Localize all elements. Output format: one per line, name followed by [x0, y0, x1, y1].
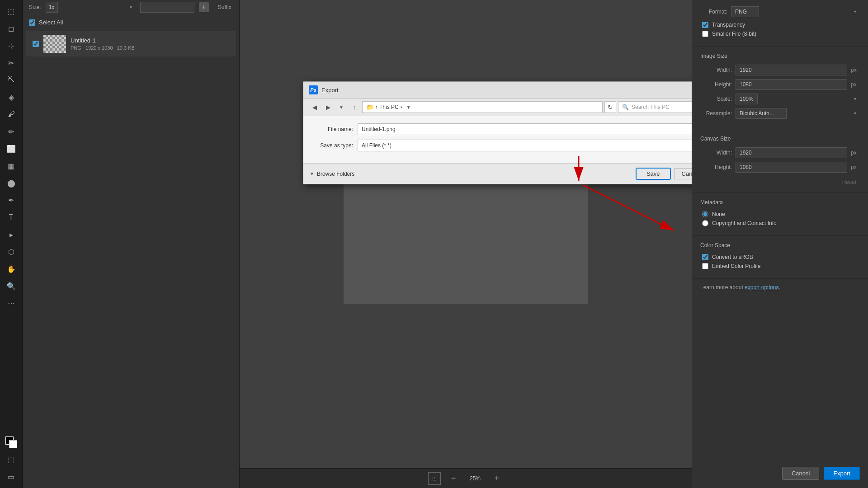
- canvas-height-unit: px: [851, 164, 860, 170]
- embed-color-checkbox[interactable]: [702, 263, 708, 269]
- left-toolbar: ⬚ ◻ ⊹ ✂ ⛏ ◈ 🖌 ✏ ⬜ ▦ ⬤ ✒ T ▸ ⬡ ✋ 🔍 ⋯ ⬚ ▭: [0, 0, 23, 488]
- reset-button[interactable]: Reset: [839, 178, 860, 186]
- meta-copyright-radio[interactable]: [702, 220, 708, 226]
- browse-folders-toggle[interactable]: ▼ Browse Folders: [310, 171, 354, 177]
- saveas-select[interactable]: All Files (*.*): [358, 140, 692, 151]
- suffix-input[interactable]: [140, 2, 194, 13]
- smaller-file-checkbox[interactable]: [702, 31, 708, 37]
- tool-heal[interactable]: ◈: [4, 89, 19, 105]
- add-size-button[interactable]: +: [199, 2, 209, 12]
- tool-pen[interactable]: ✒: [4, 192, 19, 208]
- saveas-label: Save as type:: [312, 142, 353, 149]
- nav-up-button[interactable]: ↑: [349, 102, 360, 113]
- path-dropdown-button[interactable]: ▼: [404, 102, 413, 113]
- image-size-section: Image Size Width: px Height: px Scale: 1…: [692, 47, 868, 129]
- dialog-cancel-button[interactable]: Cancel: [674, 168, 692, 179]
- search-placeholder: Search This PC: [632, 104, 670, 110]
- suffix-label: Suffix:: [218, 4, 233, 10]
- filename-input[interactable]: [358, 123, 692, 135]
- format-row: Format: PNG JPEG GIF SVG: [700, 6, 860, 17]
- image-width-row: Width: px: [700, 65, 860, 75]
- export-options-link[interactable]: export options.: [745, 284, 780, 291]
- nav-forward-button[interactable]: ▶: [322, 102, 334, 113]
- tool-dodge[interactable]: ⬤: [4, 175, 19, 191]
- screen-mode[interactable]: ▭: [4, 469, 19, 484]
- nav-back-button[interactable]: ◀: [309, 102, 321, 113]
- tool-brush[interactable]: 🖌: [4, 107, 19, 122]
- metadata-title: Metadata: [700, 199, 860, 206]
- right-cancel-button[interactable]: Cancel: [782, 467, 819, 480]
- smaller-file-row: Smaller File (8-bit): [700, 31, 860, 37]
- canvas-area: Ps Export ✕ ◀ ▶ ▼ ↑ 📁: [240, 0, 692, 468]
- saveas-row: Save as type: All Files (*.*): [312, 140, 692, 151]
- file-list: Untitled-1 PNG 868 x 488 10.3 KB: [23, 28, 239, 488]
- resample-select[interactable]: Bicubic Auto... Bicubic Bilinear Nearest…: [736, 108, 787, 119]
- zoom-in-button[interactable]: +: [491, 472, 503, 485]
- select-all-checkbox[interactable]: [29, 19, 35, 26]
- convert-srgb-checkbox[interactable]: [702, 254, 708, 260]
- zoom-percent: 25%: [466, 475, 484, 482]
- canvas-width-input[interactable]: [736, 147, 847, 158]
- canvas-width-row: Width: px: [700, 147, 860, 158]
- main-area: Size: 1x 2x 3x + Suffix: Select All: [23, 0, 692, 488]
- tool-shape[interactable]: ⬡: [4, 244, 19, 259]
- format-select[interactable]: PNG JPEG GIF SVG: [731, 6, 759, 17]
- tool-lasso[interactable]: ⊹: [4, 38, 19, 53]
- tool-select-path[interactable]: ▸: [4, 227, 19, 242]
- meta-none-radio[interactable]: [702, 211, 708, 217]
- meta-copyright-row: Copyright and Contact Info: [700, 220, 860, 226]
- scale-row: Scale: 100% 50% 200%: [700, 94, 860, 104]
- canvas-width-unit: px: [851, 150, 860, 156]
- convert-srgb-label: Convert to sRGB: [712, 254, 753, 260]
- svg-line-2: [583, 185, 674, 230]
- foreground-bg-color[interactable]: [4, 435, 19, 450]
- tool-zoom[interactable]: 🔍: [4, 278, 19, 294]
- tool-select-rect[interactable]: ◻: [4, 21, 19, 36]
- meta-none-row: None: [700, 211, 860, 217]
- tool-hand[interactable]: ✋: [4, 261, 19, 277]
- nav-path-bar: 📁 › This PC › ▼: [362, 101, 603, 113]
- dialog-nav: ◀ ▶ ▼ ↑ 📁 › This PC › ▼ ↻: [303, 99, 692, 116]
- scale-select[interactable]: 100% 50% 200%: [736, 94, 758, 104]
- browse-folders-label: Browse Folders: [317, 171, 354, 177]
- filename-row: File name:: [312, 123, 692, 135]
- resample-row: Resample: Bicubic Auto... Bicubic Biline…: [700, 108, 860, 119]
- tool-eyedropper[interactable]: ⛏: [4, 72, 19, 88]
- tool-gradient[interactable]: ▦: [4, 158, 19, 174]
- transparency-label: Transparency: [712, 22, 745, 28]
- image-height-input[interactable]: [736, 79, 847, 90]
- scale-select[interactable]: 1x 2x 3x: [46, 2, 58, 13]
- nav-dropdown-button[interactable]: ▼: [336, 102, 347, 113]
- search-icon: 🔍: [622, 104, 629, 110]
- export-button[interactable]: Export: [824, 467, 860, 480]
- tool-dots[interactable]: ⋯: [4, 296, 19, 311]
- file-name: Untitled-1: [71, 37, 135, 44]
- fit-to-screen-button[interactable]: ⊡: [428, 472, 441, 485]
- tool-text[interactable]: T: [4, 210, 19, 225]
- tool-stamp[interactable]: ✏: [4, 124, 19, 139]
- dialog-titlebar: Ps Export ✕: [303, 82, 692, 99]
- tool-eraser[interactable]: ⬜: [4, 141, 19, 156]
- folder-icon: 📁: [366, 103, 374, 111]
- learn-more-text: Learn more about: [700, 284, 743, 291]
- dialog-buttons: Save Cancel: [636, 168, 692, 179]
- tool-crop[interactable]: ✂: [4, 55, 19, 70]
- resample-label: Resample:: [700, 110, 732, 117]
- image-width-input[interactable]: [736, 65, 847, 75]
- width-unit: px: [851, 67, 860, 73]
- quick-mask[interactable]: ⬚: [4, 452, 19, 467]
- file-checkbox[interactable]: [33, 41, 39, 47]
- tool-move[interactable]: ⬚: [4, 4, 19, 19]
- embed-color-row: Embed Color Profile: [700, 263, 860, 269]
- list-item[interactable]: Untitled-1 PNG 868 x 488 10.3 KB: [26, 31, 236, 56]
- ps-logo: Ps: [309, 85, 318, 94]
- transparency-checkbox[interactable]: [702, 22, 708, 28]
- dialog-save-button[interactable]: Save: [636, 168, 670, 179]
- canvas-height-input[interactable]: [736, 162, 847, 173]
- dialog-title: Export: [321, 87, 339, 94]
- transparency-row: Transparency: [700, 22, 860, 28]
- zoom-out-button[interactable]: −: [447, 472, 460, 485]
- nav-refresh-button[interactable]: ↻: [604, 101, 616, 113]
- nav-path: ›: [376, 104, 377, 110]
- meta-none-label: None: [712, 211, 725, 217]
